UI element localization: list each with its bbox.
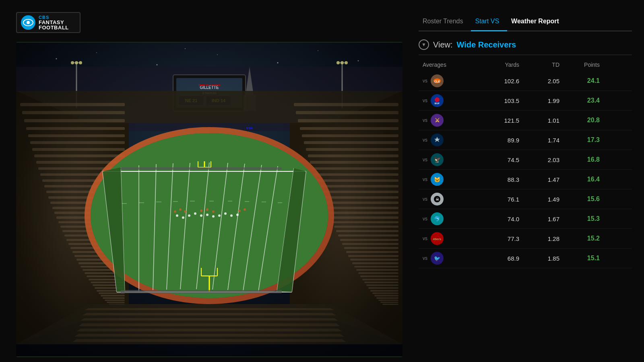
td-cell: 1.74 xyxy=(519,137,559,144)
td-cell: 1.28 xyxy=(519,235,559,242)
table-row[interactable]: vs CLE 102.6 2.05 24.1 xyxy=(419,71,632,91)
vs-label: vs xyxy=(423,137,427,143)
td-cell: 2.03 xyxy=(519,156,559,163)
table-row[interactable]: vs 89.9 1.74 17.3 xyxy=(419,130,632,150)
tab-navigation: Roster Trends Start VS Weather Report xyxy=(419,14,632,31)
data-rows: vs CLE 102.6 2.05 24.1 vs xyxy=(419,71,632,268)
panthers-logo: 🐱 xyxy=(431,173,444,186)
bills-logo: BUF xyxy=(431,94,444,107)
cbs-fantasy-football-logo: CBS FANTASY FOOTBALL xyxy=(16,12,80,33)
team-cell: vs ⚔ xyxy=(423,114,471,127)
svg-text:⚔: ⚔ xyxy=(435,117,440,123)
vs-label: vs xyxy=(423,157,427,162)
team-cell: vs CLE xyxy=(423,74,471,87)
svg-text:VISA: VISA xyxy=(246,127,253,130)
vs-label: vs xyxy=(423,255,427,261)
td-cell: 1.01 xyxy=(519,117,559,124)
svg-text:BUF: BUF xyxy=(435,102,440,105)
table-row[interactable]: vs 🦅 74.5 2.03 16.8 xyxy=(419,150,632,170)
svg-text:☠: ☠ xyxy=(436,197,439,202)
team-cell: vs 🐬 xyxy=(423,212,471,225)
vs-label: vs xyxy=(423,216,427,222)
svg-text:Bank of America: Bank of America xyxy=(198,84,221,86)
yards-cell: 76.1 xyxy=(471,196,519,203)
yards-cell: 121.5 xyxy=(471,117,519,124)
col-points: Points xyxy=(559,62,600,68)
raiders-logo: ☠ xyxy=(431,193,444,206)
stadium-image: GILLETTE STADIUM NE 21 IND 14 xyxy=(16,42,402,357)
vs-label: vs xyxy=(423,196,427,202)
svg-text:49ers: 49ers xyxy=(433,237,442,241)
team-cell: vs BUF xyxy=(423,94,471,107)
td-cell: 2.05 xyxy=(519,78,559,84)
table-row[interactable]: vs 🐦 68.9 1.85 15.1 xyxy=(419,249,632,268)
points-cell: 15.1 xyxy=(559,255,600,262)
team-cell: vs 🐱 xyxy=(423,173,471,186)
vs-label: vs xyxy=(423,117,427,123)
tab-roster-trends[interactable]: Roster Trends xyxy=(419,14,471,31)
fantasy-label: FANTASY xyxy=(39,20,69,25)
yards-cell: 74.0 xyxy=(471,216,519,222)
team-cell: vs 🐦 xyxy=(423,252,471,265)
football-label: FOOTBALL xyxy=(39,25,69,30)
cbs-eye-icon xyxy=(21,15,35,30)
col-td: TD xyxy=(519,62,559,68)
points-cell: 15.6 xyxy=(559,195,600,203)
team-cell: vs 49ers xyxy=(423,232,471,245)
svg-text:🐱: 🐱 xyxy=(434,176,441,183)
cbs-label: CBS xyxy=(39,15,69,20)
svg-text:🐬: 🐬 xyxy=(434,216,441,222)
points-cell: 15.3 xyxy=(559,215,600,222)
points-cell: 20.8 xyxy=(559,117,600,124)
team-cell: vs xyxy=(423,134,471,146)
points-cell: 16.4 xyxy=(559,176,600,183)
svg-text:🐦: 🐦 xyxy=(434,255,441,262)
table-row[interactable]: vs 49ers 77.3 1.28 15.2 xyxy=(419,229,632,249)
49ers-logo: 49ers xyxy=(431,232,444,245)
eagles-logo: 🦅 xyxy=(431,153,444,166)
cowboys-logo xyxy=(431,134,444,146)
yards-cell: 74.5 xyxy=(471,156,519,163)
td-cell: 1.49 xyxy=(519,196,559,203)
svg-text:🦅: 🦅 xyxy=(434,156,441,163)
svg-text:CLE: CLE xyxy=(434,80,440,83)
yards-cell: 68.9 xyxy=(471,255,519,262)
svg-point-1 xyxy=(27,21,30,24)
td-cell: 1.99 xyxy=(519,97,559,104)
yards-cell: 103.5 xyxy=(471,97,519,104)
points-cell: 16.8 xyxy=(559,156,600,163)
points-cell: 15.2 xyxy=(559,235,600,242)
col-averages: Averages xyxy=(423,62,471,68)
view-selector: ▼ View: Wide Receivers xyxy=(419,39,632,55)
points-cell: 24.1 xyxy=(559,77,600,84)
view-dropdown-button[interactable]: ▼ xyxy=(419,39,429,50)
ravens-logo: 🐦 xyxy=(431,252,444,265)
yards-cell: 102.6 xyxy=(471,78,519,84)
table-row[interactable]: vs 🐱 88.3 1.47 16.4 xyxy=(419,170,632,189)
table-row[interactable]: vs 🐬 74.0 1.67 15.3 xyxy=(419,209,632,229)
points-cell: 23.4 xyxy=(559,97,600,104)
vs-label: vs xyxy=(423,98,427,103)
svg-point-188 xyxy=(435,97,440,102)
td-cell: 1.85 xyxy=(519,255,559,262)
view-value-label: Wide Receivers xyxy=(457,40,516,49)
cbs-text-block: CBS FANTASY FOOTBALL xyxy=(39,15,69,30)
td-cell: 1.67 xyxy=(519,216,559,222)
browns-logo: CLE xyxy=(431,74,444,87)
points-cell: 17.3 xyxy=(559,136,600,144)
view-prefix-label: View: xyxy=(433,40,453,49)
yards-cell: 77.3 xyxy=(471,235,519,242)
vs-label: vs xyxy=(423,236,427,241)
team-cell: vs 🦅 xyxy=(423,153,471,166)
team-cell: vs ☠ xyxy=(423,193,471,206)
tab-weather-report[interactable]: Weather Report xyxy=(507,14,567,31)
tab-start-vs[interactable]: Start VS xyxy=(471,14,507,31)
column-headers: Averages Yards TD Points xyxy=(419,62,632,68)
table-row[interactable]: vs BUF 103.5 1.99 23.4 xyxy=(419,91,632,111)
table-row[interactable]: vs ⚔ 121.5 1.01 20.8 xyxy=(419,111,632,130)
video-area: CBS FANTASY FOOTBALL xyxy=(16,12,402,357)
col-yards: Yards xyxy=(471,62,519,68)
vs-label: vs xyxy=(423,78,427,84)
table-row[interactable]: vs ☠ 76.1 1.49 15.6 xyxy=(419,189,632,209)
yards-cell: 89.9 xyxy=(471,137,519,144)
